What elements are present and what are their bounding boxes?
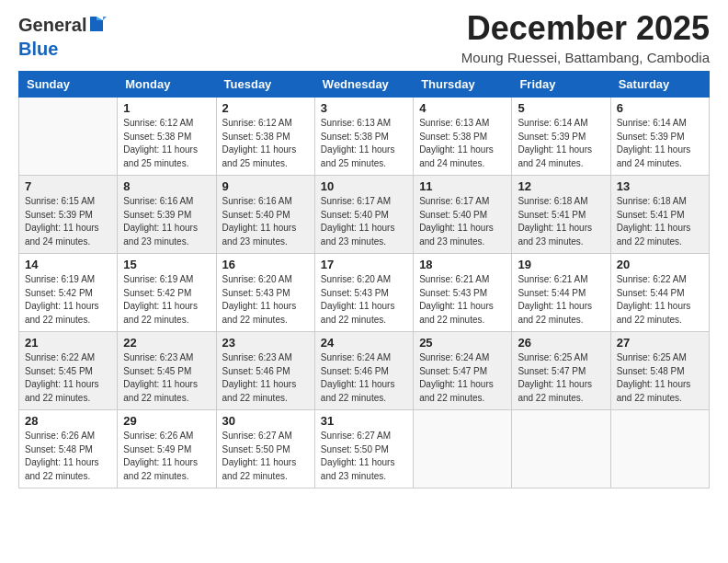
day-info: Sunrise: 6:12 AMSunset: 5:38 PMDaylight:… <box>123 117 210 170</box>
calendar-cell: 28Sunrise: 6:26 AMSunset: 5:48 PMDayligh… <box>19 410 118 488</box>
calendar-week-row: 14Sunrise: 6:19 AMSunset: 5:42 PMDayligh… <box>19 254 710 332</box>
calendar-cell: 1Sunrise: 6:12 AMSunset: 5:38 PMDaylight… <box>118 98 216 176</box>
weekday-header-wednesday: Wednesday <box>314 72 413 98</box>
day-number: 29 <box>123 414 210 428</box>
calendar-cell: 24Sunrise: 6:24 AMSunset: 5:46 PMDayligh… <box>314 332 413 410</box>
calendar-cell: 27Sunrise: 6:25 AMSunset: 5:48 PMDayligh… <box>610 332 709 410</box>
calendar: SundayMondayTuesdayWednesdayThursdayFrid… <box>18 71 710 488</box>
day-info: Sunrise: 6:14 AMSunset: 5:39 PMDaylight:… <box>518 117 604 170</box>
day-info: Sunrise: 6:27 AMSunset: 5:50 PMDaylight:… <box>222 430 309 483</box>
calendar-cell: 12Sunrise: 6:18 AMSunset: 5:41 PMDayligh… <box>512 176 610 254</box>
day-number: 13 <box>617 179 703 193</box>
calendar-cell: 23Sunrise: 6:23 AMSunset: 5:46 PMDayligh… <box>216 332 314 410</box>
day-info: Sunrise: 6:24 AMSunset: 5:46 PMDaylight:… <box>321 351 407 405</box>
day-number: 3 <box>321 101 407 115</box>
day-info: Sunrise: 6:25 AMSunset: 5:48 PMDaylight:… <box>617 351 703 405</box>
day-info: Sunrise: 6:15 AMSunset: 5:39 PMDaylight:… <box>25 195 111 248</box>
day-info: Sunrise: 6:20 AMSunset: 5:43 PMDaylight:… <box>321 273 407 327</box>
svg-marker-1 <box>97 17 103 20</box>
day-info: Sunrise: 6:27 AMSunset: 5:50 PMDaylight:… <box>321 430 407 483</box>
calendar-cell: 17Sunrise: 6:20 AMSunset: 5:43 PMDayligh… <box>314 254 413 332</box>
calendar-cell: 25Sunrise: 6:24 AMSunset: 5:47 PMDayligh… <box>414 332 512 410</box>
calendar-week-row: 28Sunrise: 6:26 AMSunset: 5:48 PMDayligh… <box>19 410 710 488</box>
calendar-cell: 26Sunrise: 6:25 AMSunset: 5:47 PMDayligh… <box>512 332 610 410</box>
logo: General Blue <box>18 15 107 59</box>
day-info: Sunrise: 6:26 AMSunset: 5:49 PMDaylight:… <box>123 430 210 483</box>
calendar-week-row: 7Sunrise: 6:15 AMSunset: 5:39 PMDaylight… <box>19 176 710 254</box>
day-number: 18 <box>419 258 506 271</box>
calendar-week-row: 1Sunrise: 6:12 AMSunset: 5:38 PMDaylight… <box>19 98 710 176</box>
day-info: Sunrise: 6:25 AMSunset: 5:47 PMDaylight:… <box>518 351 604 405</box>
day-info: Sunrise: 6:19 AMSunset: 5:42 PMDaylight:… <box>123 273 210 327</box>
header: General Blue December 2025 Moung Ruessei… <box>18 9 710 65</box>
day-number: 15 <box>123 258 210 271</box>
day-number: 4 <box>419 101 506 115</box>
day-info: Sunrise: 6:17 AMSunset: 5:40 PMDaylight:… <box>419 195 506 248</box>
day-info: Sunrise: 6:14 AMSunset: 5:39 PMDaylight:… <box>617 117 703 170</box>
calendar-cell: 16Sunrise: 6:20 AMSunset: 5:43 PMDayligh… <box>216 254 314 332</box>
calendar-cell <box>610 410 709 488</box>
day-info: Sunrise: 6:16 AMSunset: 5:40 PMDaylight:… <box>222 195 309 248</box>
day-number: 24 <box>321 336 407 350</box>
day-number: 6 <box>617 101 703 115</box>
calendar-cell: 4Sunrise: 6:13 AMSunset: 5:38 PMDaylight… <box>414 98 512 176</box>
logo-general: General <box>18 15 86 35</box>
day-number: 9 <box>222 179 309 193</box>
weekday-header-tuesday: Tuesday <box>216 72 314 98</box>
day-info: Sunrise: 6:23 AMSunset: 5:46 PMDaylight:… <box>222 351 309 405</box>
calendar-week-row: 21Sunrise: 6:22 AMSunset: 5:45 PMDayligh… <box>19 332 710 410</box>
day-number: 2 <box>222 101 309 115</box>
weekday-header-row: SundayMondayTuesdayWednesdayThursdayFrid… <box>19 72 710 98</box>
calendar-cell: 22Sunrise: 6:23 AMSunset: 5:45 PMDayligh… <box>118 332 216 410</box>
logo-icon <box>86 15 107 39</box>
calendar-cell: 2Sunrise: 6:12 AMSunset: 5:38 PMDaylight… <box>216 98 314 176</box>
day-info: Sunrise: 6:20 AMSunset: 5:43 PMDaylight:… <box>222 273 309 327</box>
day-number: 11 <box>419 179 506 193</box>
calendar-cell: 20Sunrise: 6:22 AMSunset: 5:44 PMDayligh… <box>610 254 709 332</box>
day-info: Sunrise: 6:26 AMSunset: 5:48 PMDaylight:… <box>25 430 111 483</box>
day-number: 19 <box>518 258 604 271</box>
svg-marker-2 <box>103 17 107 20</box>
day-number: 1 <box>123 101 210 115</box>
calendar-cell: 9Sunrise: 6:16 AMSunset: 5:40 PMDaylight… <box>216 176 314 254</box>
calendar-cell <box>19 98 118 176</box>
weekday-header-friday: Friday <box>512 72 610 98</box>
calendar-cell: 19Sunrise: 6:21 AMSunset: 5:44 PMDayligh… <box>512 254 610 332</box>
day-number: 28 <box>25 414 111 428</box>
day-number: 25 <box>419 336 506 350</box>
calendar-cell: 31Sunrise: 6:27 AMSunset: 5:50 PMDayligh… <box>314 410 413 488</box>
weekday-header-monday: Monday <box>118 72 216 98</box>
month-title: December 2025 <box>461 9 710 48</box>
calendar-cell: 10Sunrise: 6:17 AMSunset: 5:40 PMDayligh… <box>314 176 413 254</box>
day-number: 23 <box>222 336 309 350</box>
day-info: Sunrise: 6:13 AMSunset: 5:38 PMDaylight:… <box>321 117 407 170</box>
calendar-cell: 30Sunrise: 6:27 AMSunset: 5:50 PMDayligh… <box>216 410 314 488</box>
day-info: Sunrise: 6:24 AMSunset: 5:47 PMDaylight:… <box>419 351 506 405</box>
day-info: Sunrise: 6:19 AMSunset: 5:42 PMDaylight:… <box>25 273 111 327</box>
day-info: Sunrise: 6:17 AMSunset: 5:40 PMDaylight:… <box>321 195 407 248</box>
weekday-header-thursday: Thursday <box>414 72 512 98</box>
day-number: 31 <box>321 414 407 428</box>
calendar-cell: 8Sunrise: 6:16 AMSunset: 5:39 PMDaylight… <box>118 176 216 254</box>
day-info: Sunrise: 6:21 AMSunset: 5:44 PMDaylight:… <box>518 273 604 327</box>
day-number: 14 <box>25 258 111 271</box>
subtitle: Moung Ruessei, Battambang, Cambodia <box>461 50 710 65</box>
day-number: 20 <box>617 258 703 271</box>
calendar-cell: 11Sunrise: 6:17 AMSunset: 5:40 PMDayligh… <box>414 176 512 254</box>
day-info: Sunrise: 6:18 AMSunset: 5:41 PMDaylight:… <box>617 195 703 248</box>
day-number: 27 <box>617 336 703 350</box>
day-number: 26 <box>518 336 604 350</box>
calendar-cell: 18Sunrise: 6:21 AMSunset: 5:43 PMDayligh… <box>414 254 512 332</box>
calendar-cell <box>414 410 512 488</box>
day-number: 30 <box>222 414 309 428</box>
calendar-cell: 21Sunrise: 6:22 AMSunset: 5:45 PMDayligh… <box>19 332 118 410</box>
day-info: Sunrise: 6:18 AMSunset: 5:41 PMDaylight:… <box>518 195 604 248</box>
day-info: Sunrise: 6:13 AMSunset: 5:38 PMDaylight:… <box>419 117 506 170</box>
calendar-cell: 15Sunrise: 6:19 AMSunset: 5:42 PMDayligh… <box>118 254 216 332</box>
calendar-cell: 3Sunrise: 6:13 AMSunset: 5:38 PMDaylight… <box>314 98 413 176</box>
title-block: December 2025 Moung Ruessei, Battambang,… <box>461 9 710 65</box>
calendar-cell: 14Sunrise: 6:19 AMSunset: 5:42 PMDayligh… <box>19 254 118 332</box>
day-info: Sunrise: 6:12 AMSunset: 5:38 PMDaylight:… <box>222 117 309 170</box>
weekday-header-sunday: Sunday <box>19 72 118 98</box>
day-number: 8 <box>123 179 210 193</box>
